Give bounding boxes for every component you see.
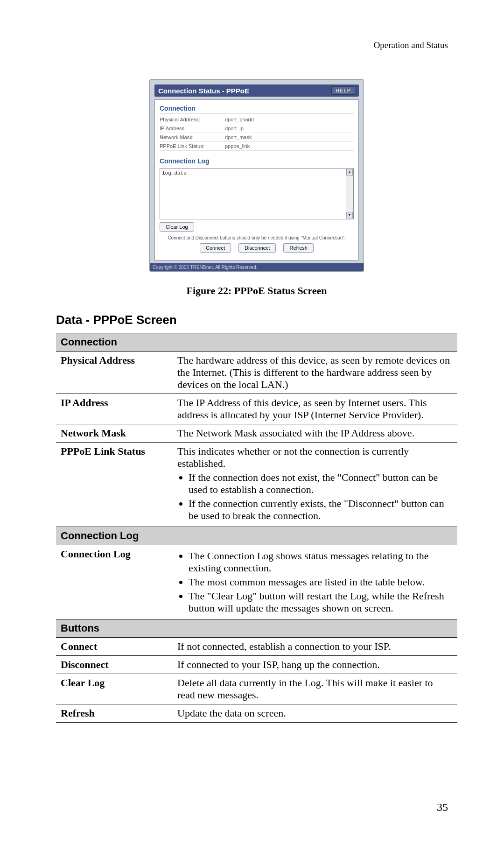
- header-section: Operation and Status: [374, 40, 448, 50]
- dialog-title: Connection Status - PPPoE: [158, 87, 249, 95]
- table-row: Connect If not connected, establish a co…: [56, 638, 457, 656]
- row-key: IP Address: [56, 394, 173, 424]
- dialog-button-row: Connect Disconnect Refresh: [160, 243, 354, 253]
- data-table: Connection Physical Address The hardware…: [56, 333, 457, 723]
- list-item: The most common messages are listed in t…: [189, 576, 453, 588]
- row-key: Refresh: [56, 704, 173, 723]
- table-row: Physical Address The hardware address of…: [56, 352, 457, 394]
- scroll-down-icon[interactable]: ▼: [346, 212, 353, 218]
- list-item: The "Clear Log" button will restart the …: [189, 590, 453, 614]
- row-value: The Connection Log shows status messages…: [173, 545, 457, 619]
- page-number: 35: [437, 801, 448, 814]
- dialog-titlebar: Connection Status - PPPoE HELP: [154, 84, 359, 97]
- table-row: Disconnect If connected to your ISP, han…: [56, 656, 457, 674]
- row-label: IP Address:: [160, 126, 225, 131]
- row-intro: This indicates whether or not the connec…: [177, 445, 409, 469]
- clear-log-button[interactable]: Clear Log: [160, 222, 194, 232]
- connection-section-title: Connection: [160, 103, 354, 113]
- connection-row: Physical Address: dport_phadd: [160, 115, 354, 124]
- row-key: Connection Log: [56, 545, 173, 619]
- list-item: If the connection currently exists, the …: [189, 498, 453, 522]
- row-value: If not connected, establish a connection…: [173, 638, 457, 656]
- log-section-title: Connection Log: [160, 155, 354, 166]
- data-screen-title: Data - PPPoE Screen: [56, 313, 457, 327]
- row-key: Connect: [56, 638, 173, 656]
- pppoe-status-dialog: Connection Status - PPPoE HELP Connectio…: [149, 79, 364, 272]
- row-value: The IP Address of this device, as seen b…: [173, 394, 457, 424]
- row-value: pppoe_link: [225, 143, 354, 149]
- table-row: Clear Log Delete all data currently in t…: [56, 674, 457, 704]
- row-label: Physical Address:: [160, 117, 225, 122]
- log-scrollbar[interactable]: ▲ ▼: [346, 169, 353, 219]
- figure-caption: Figure 22: PPPoE Status Screen: [56, 285, 457, 297]
- connection-row: IP Address: dport_ip: [160, 124, 354, 133]
- scroll-up-icon[interactable]: ▲: [346, 169, 353, 176]
- row-key: Network Mask: [56, 424, 173, 443]
- row-value: The hardware address of this device, as …: [173, 352, 457, 394]
- table-section-header: Connection: [56, 333, 457, 352]
- table-row: Refresh Update the data on screen.: [56, 704, 457, 723]
- figure-wrap: Connection Status - PPPoE HELP Connectio…: [56, 79, 457, 272]
- row-value: If connected to your ISP, hang up the co…: [173, 656, 457, 674]
- row-value: The Network Mask associated with the IP …: [173, 424, 457, 443]
- table-row: IP Address The IP Address of this device…: [56, 394, 457, 424]
- connect-button[interactable]: Connect: [200, 243, 231, 253]
- row-value: Update the data on screen.: [173, 704, 457, 723]
- table-row: Connection Log The Connection Log shows …: [56, 545, 457, 619]
- list-item: The Connection Log shows status messages…: [189, 550, 453, 574]
- table-section-header: Buttons: [56, 619, 457, 638]
- row-value: dport_phadd: [225, 117, 354, 122]
- dialog-note: Connect and Disconnect buttons should on…: [160, 235, 354, 240]
- row-key: Clear Log: [56, 674, 173, 704]
- help-button[interactable]: HELP: [331, 86, 355, 95]
- row-key: Physical Address: [56, 352, 173, 394]
- log-content: log_data: [162, 170, 187, 176]
- row-value: dport_mask: [225, 134, 354, 140]
- table-section-header: Connection Log: [56, 527, 457, 545]
- row-value: Delete all data currently in the Log. Th…: [173, 674, 457, 704]
- refresh-button[interactable]: Refresh: [283, 243, 314, 253]
- table-row: PPPoE Link Status This indicates whether…: [56, 443, 457, 527]
- list-item: If the connection does not exist, the "C…: [189, 471, 453, 496]
- disconnect-button[interactable]: Disconnect: [238, 243, 276, 253]
- dialog-footer-copyright: Copyright © 2006 TRENDnet. All Rights Re…: [150, 263, 364, 271]
- connection-row: PPPoE Link Status: pppoe_link: [160, 142, 354, 151]
- connection-log-textarea[interactable]: log_data ▲ ▼: [160, 168, 354, 219]
- row-value: This indicates whether or not the connec…: [173, 443, 457, 527]
- row-key: Disconnect: [56, 656, 173, 674]
- row-value: dport_ip: [225, 126, 354, 131]
- row-key: PPPoE Link Status: [56, 443, 173, 527]
- row-label: PPPoE Link Status:: [160, 143, 225, 149]
- dialog-body: Connection Physical Address: dport_phadd…: [154, 99, 359, 260]
- connection-row: Network Mask: dport_mask: [160, 133, 354, 142]
- table-row: Network Mask The Network Mask associated…: [56, 424, 457, 443]
- row-label: Network Mask:: [160, 134, 225, 140]
